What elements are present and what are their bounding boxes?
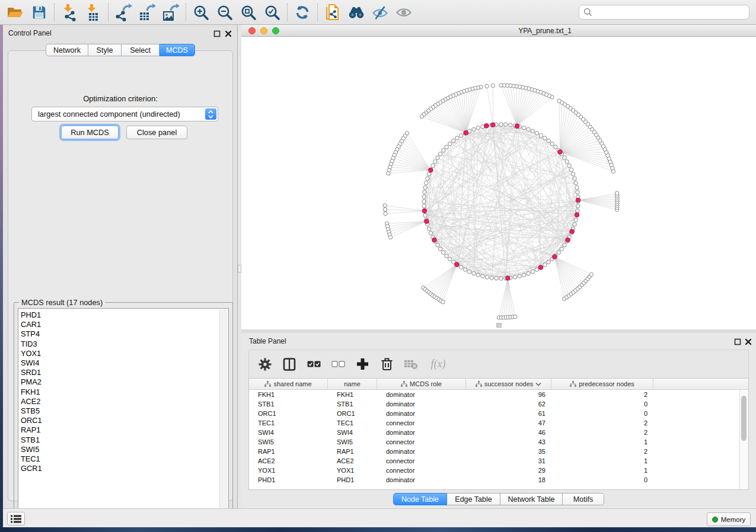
table-cell[interactable]: SWI5	[249, 438, 328, 446]
network-node[interactable]	[560, 247, 563, 251]
mcds-result-item[interactable]: SWI5	[21, 445, 219, 454]
delete-table-button[interactable]	[404, 357, 418, 371]
network-node[interactable]	[436, 156, 439, 159]
network-node[interactable]	[535, 268, 538, 271]
table-cell[interactable]: dominator	[377, 429, 466, 436]
search-field[interactable]	[579, 5, 749, 20]
network-node[interactable]	[539, 134, 543, 137]
network-node[interactable]	[576, 190, 579, 194]
network-node[interactable]	[527, 271, 530, 275]
table-cell[interactable]: dominator	[377, 391, 466, 398]
table-cell[interactable]: ORC1	[249, 410, 328, 417]
table-cell[interactable]: YOX1	[249, 467, 328, 474]
network-node[interactable]	[491, 84, 495, 87]
column-header-successor-nodes[interactable]: successor nodes	[466, 379, 551, 389]
network-node[interactable]	[495, 277, 498, 280]
zoom-in-button[interactable]	[189, 2, 213, 23]
table-row[interactable]: SWI5SWI5connector431	[249, 437, 748, 447]
column-header-mcds-role[interactable]: MCDS role	[377, 379, 466, 389]
network-node[interactable]	[472, 271, 476, 275]
mcds-dominator-node[interactable]	[506, 276, 511, 281]
network-node[interactable]	[427, 227, 430, 230]
mcds-dominator-node[interactable]	[515, 124, 519, 129]
network-node[interactable]	[574, 181, 578, 185]
memory-button[interactable]: Memory	[707, 512, 751, 526]
tab-node-table[interactable]: Node Table	[393, 493, 447, 505]
table-cell[interactable]: 43	[466, 438, 551, 446]
network-node[interactable]	[460, 265, 463, 269]
show-columns-button[interactable]	[282, 357, 296, 371]
network-node[interactable]	[547, 260, 550, 264]
network-node[interactable]	[481, 274, 484, 278]
mcds-dominator-node[interactable]	[538, 265, 543, 270]
column-header-name[interactable]: name	[328, 379, 377, 389]
mcds-result-item[interactable]: STB1	[21, 435, 219, 445]
table-cell[interactable]: 1	[551, 438, 653, 446]
network-node[interactable]	[476, 273, 480, 277]
table-cell[interactable]: connector	[377, 419, 466, 427]
network-node[interactable]	[420, 114, 423, 118]
network-node[interactable]	[448, 257, 452, 261]
mcds-dominator-node[interactable]	[570, 229, 575, 234]
network-node[interactable]	[531, 129, 534, 133]
mcds-list-scrollbar[interactable]	[219, 309, 228, 517]
network-node[interactable]	[383, 207, 387, 211]
table-row[interactable]: TEC1TEC1connector472	[249, 418, 748, 428]
network-node[interactable]	[589, 273, 593, 276]
network-node[interactable]	[423, 213, 427, 217]
maximize-window-icon[interactable]	[272, 27, 279, 34]
mcds-result-item[interactable]: STP4	[21, 329, 219, 339]
network-node[interactable]	[460, 134, 463, 137]
network-node[interactable]	[543, 136, 547, 140]
horizontal-splitter-grip[interactable]	[496, 323, 502, 328]
mcds-result-item[interactable]: ACE2	[21, 397, 219, 406]
table-cell[interactable]: 0	[551, 400, 653, 408]
mcds-result-item[interactable]: PHD1	[21, 310, 219, 320]
table-cell[interactable]: 61	[466, 410, 551, 417]
table-cell[interactable]: 47	[466, 419, 551, 427]
network-node[interactable]	[387, 171, 390, 175]
table-scrollbar[interactable]	[739, 390, 748, 489]
mcds-dominator-node[interactable]	[455, 262, 460, 267]
network-node[interactable]	[445, 145, 448, 149]
table-cell[interactable]: TEC1	[249, 419, 328, 427]
zoom-out-button[interactable]	[213, 2, 237, 23]
export-image-button[interactable]	[159, 2, 183, 23]
network-node[interactable]	[452, 139, 455, 142]
table-cell[interactable]: PHD1	[249, 476, 328, 483]
table-row[interactable]: ORC1ORC1dominator610	[249, 409, 748, 418]
mcds-dominator-node[interactable]	[576, 198, 580, 203]
network-node[interactable]	[513, 315, 517, 318]
network-node[interactable]	[445, 254, 448, 258]
table-row[interactable]: RAP1RAP1dominator352	[249, 447, 748, 456]
network-node[interactable]	[569, 168, 573, 171]
table-row[interactable]: YOX1YOX1connector291	[249, 466, 748, 475]
save-session-button[interactable]	[27, 2, 51, 23]
table-cell[interactable]: connector	[377, 438, 466, 446]
import-table-button[interactable]	[81, 2, 105, 23]
network-node[interactable]	[438, 247, 442, 251]
table-cell[interactable]: STB1	[328, 400, 377, 408]
new-network-from-selection-button[interactable]	[321, 2, 344, 23]
table-cell[interactable]: RAP1	[249, 448, 328, 455]
mcds-result-item[interactable]: FKH1	[21, 387, 219, 397]
network-node[interactable]	[531, 270, 534, 273]
network-node[interactable]	[467, 270, 471, 273]
hide-selected-button[interactable]	[368, 2, 392, 23]
network-node[interactable]	[615, 191, 618, 195]
close-panel-icon[interactable]	[745, 338, 752, 345]
table-cell[interactable]: ACE2	[249, 457, 328, 464]
network-node[interactable]	[550, 142, 554, 145]
run-mcds-button[interactable]: Run MCDS	[61, 126, 119, 139]
network-node[interactable]	[567, 164, 571, 167]
mcds-result-item[interactable]: PMA2	[21, 377, 219, 387]
network-node[interactable]	[554, 145, 557, 149]
mcds-dominator-node[interactable]	[558, 150, 563, 155]
network-node[interactable]	[576, 209, 579, 212]
network-node[interactable]	[575, 185, 579, 189]
table-cell[interactable]: dominator	[377, 410, 466, 417]
network-node[interactable]	[429, 231, 432, 235]
close-window-icon[interactable]	[248, 27, 256, 34]
float-panel-icon[interactable]	[213, 30, 221, 37]
tab-network[interactable]: Network	[46, 44, 88, 56]
